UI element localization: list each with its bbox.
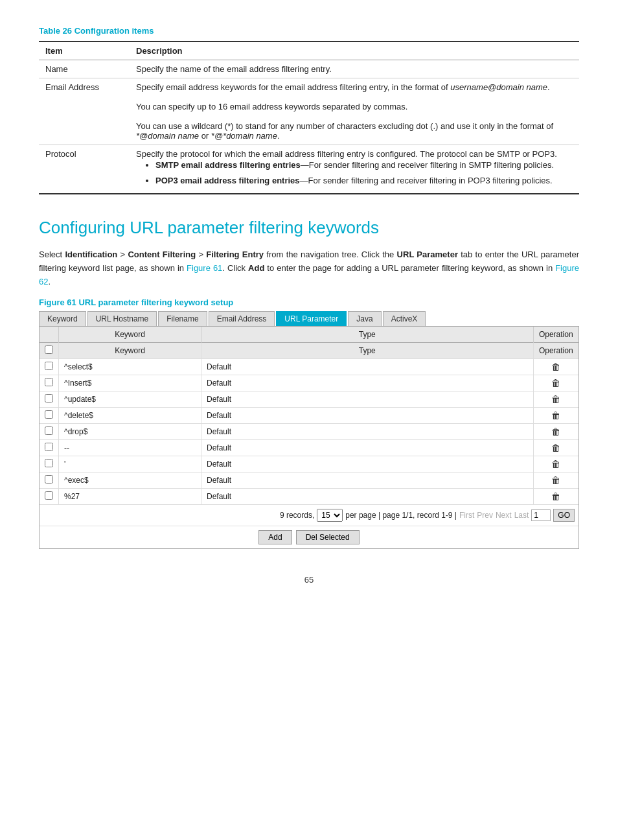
row-keyword: ^drop$ (59, 424, 201, 440)
item-email-desc: Specify email address keywords for the e… (130, 78, 579, 145)
tab-activex[interactable]: ActiveX (383, 311, 426, 326)
row-op (533, 489, 578, 505)
delete-icon[interactable] (551, 362, 560, 372)
per-page-select[interactable]: 15 30 50 (317, 509, 343, 522)
table-row: ^update$ Default (40, 391, 578, 408)
prev-link[interactable]: Prev (477, 511, 493, 520)
delete-icon[interactable] (551, 426, 560, 437)
row-check[interactable] (40, 472, 59, 489)
next-link[interactable]: Next (496, 511, 512, 520)
row-keyword: %27 (59, 489, 201, 505)
row-checkbox[interactable] (45, 491, 53, 500)
row-op (533, 424, 578, 440)
row-keyword: ^exec$ (59, 472, 201, 489)
first-link[interactable]: First (459, 511, 474, 520)
tab-keyword[interactable]: Keyword (39, 311, 86, 326)
table-row: ^select$ Default (40, 359, 578, 375)
section-body: Select Identification > Content Filterin… (39, 248, 579, 288)
last-link[interactable]: Last (514, 511, 529, 520)
figure61-link[interactable]: Figure 61 (187, 263, 222, 273)
row-check[interactable] (40, 424, 59, 440)
item-protocol-label: Protocol (39, 145, 130, 194)
col-header-check (40, 327, 59, 343)
table26-title: Table 26 Configuration items (39, 26, 579, 36)
row-checkbox[interactable] (45, 362, 53, 370)
figure62-link[interactable]: Figure 62 (39, 263, 579, 286)
subheader-keyword: Keyword (59, 343, 201, 359)
tab-email-address[interactable]: Email Address (209, 311, 275, 326)
add-button[interactable]: Add (258, 530, 292, 544)
row-keyword: -- (59, 440, 201, 456)
row-check[interactable] (40, 489, 59, 505)
table-row: ' Default (40, 456, 578, 472)
row-type: Default (201, 391, 534, 408)
table-row: Protocol Specify the protocol for which … (39, 145, 579, 194)
url-param-table-container: Keyword Type Operation Keyword Type Oper… (39, 326, 579, 549)
row-checkbox[interactable] (45, 426, 53, 435)
row-checkbox[interactable] (45, 394, 53, 402)
table-header-row: Keyword Type Operation (40, 327, 578, 343)
row-check[interactable] (40, 375, 59, 391)
row-type: Default (201, 472, 534, 489)
tab-java[interactable]: Java (348, 311, 381, 326)
row-type: Default (201, 424, 534, 440)
page-input[interactable] (531, 509, 551, 521)
delete-icon[interactable] (551, 410, 560, 421)
item-email-label: Email Address (39, 78, 130, 145)
col-header-operation: Operation (533, 327, 578, 343)
figure-title: Figure 61 URL parameter filtering keywor… (39, 298, 579, 307)
row-op (533, 359, 578, 375)
delete-icon[interactable] (551, 378, 560, 388)
row-type: Default (201, 440, 534, 456)
table-row: ^exec$ Default (40, 472, 578, 489)
select-all-checkbox[interactable] (45, 345, 53, 354)
row-type: Default (201, 489, 534, 505)
pagination-row: 9 records, 15 30 50 per page | page 1/1,… (40, 504, 578, 526)
del-selected-button[interactable]: Del Selected (296, 530, 360, 544)
row-checkbox[interactable] (45, 410, 53, 419)
page-number: 65 (39, 575, 579, 585)
tab-filename[interactable]: Filename (158, 311, 207, 326)
col-header-keyword: Keyword (59, 327, 201, 343)
records-text: 9 records, (280, 511, 314, 520)
item-name-label: Name (39, 60, 130, 78)
delete-icon[interactable] (551, 491, 560, 502)
subheader-operation: Operation (533, 343, 578, 359)
row-type: Default (201, 456, 534, 472)
row-keyword: ^Insert$ (59, 375, 201, 391)
tabs-row: Keyword URL Hostname Filename Email Addr… (39, 311, 579, 326)
row-op (533, 456, 578, 472)
delete-icon[interactable] (551, 459, 560, 469)
row-op (533, 472, 578, 489)
tab-url-parameter[interactable]: URL Parameter (276, 311, 347, 326)
row-op (533, 440, 578, 456)
go-button[interactable]: GO (553, 509, 575, 522)
table-row: Name Specify the name of the email addre… (39, 60, 579, 78)
row-keyword: ^select$ (59, 359, 201, 375)
row-checkbox[interactable] (45, 459, 53, 467)
delete-icon[interactable] (551, 475, 560, 485)
row-check[interactable] (40, 408, 59, 424)
per-page-label: per page | page 1/1, record 1-9 | (345, 511, 457, 520)
row-checkbox[interactable] (45, 443, 53, 451)
col-description: Description (130, 41, 579, 60)
row-checkbox[interactable] (45, 475, 53, 484)
delete-icon[interactable] (551, 443, 560, 453)
table-row: -- Default (40, 440, 578, 456)
row-check[interactable] (40, 391, 59, 408)
row-op (533, 408, 578, 424)
tab-url-hostname[interactable]: URL Hostname (87, 311, 157, 326)
table-row: %27 Default (40, 489, 578, 505)
action-row: Add Del Selected (40, 526, 578, 548)
row-check[interactable] (40, 440, 59, 456)
row-keyword: ' (59, 456, 201, 472)
row-check[interactable] (40, 359, 59, 375)
subheader-check[interactable] (40, 343, 59, 359)
section-heading: Configuring URL parameter filtering keyw… (39, 218, 579, 238)
row-check[interactable] (40, 456, 59, 472)
delete-icon[interactable] (551, 394, 560, 404)
table-subheader-row: Keyword Type Operation (40, 343, 578, 359)
item-protocol-desc: Specify the protocol for which the email… (130, 145, 579, 194)
col-item: Item (39, 41, 130, 60)
row-checkbox[interactable] (45, 378, 53, 386)
